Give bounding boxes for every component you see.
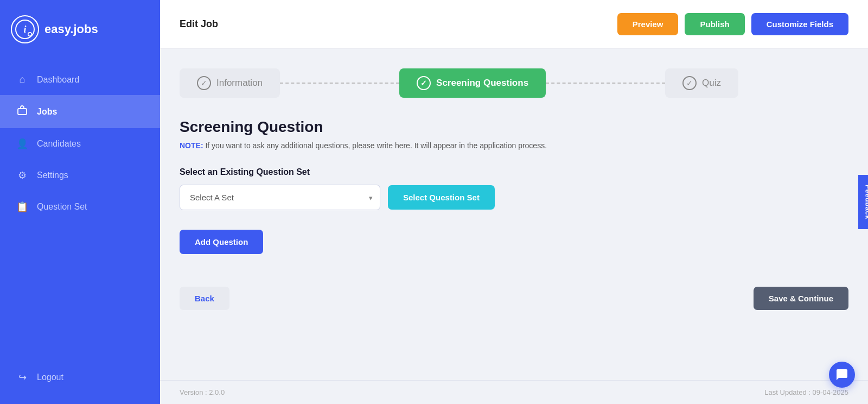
page-title: Edit Job	[180, 18, 218, 30]
step-connector-1	[280, 83, 399, 84]
candidates-icon: 👤	[16, 138, 28, 150]
note-text: If you want to ask any additional questi…	[205, 141, 547, 150]
sidebar-item-logout[interactable]: ↪ Logout	[0, 362, 160, 393]
chat-button[interactable]	[829, 362, 855, 388]
feedback-tab[interactable]: Feedback	[859, 175, 869, 229]
footer: Version : 2.0.0 Last Updated : 09-04-202…	[160, 380, 868, 404]
sidebar-logout: ↪ Logout	[0, 362, 160, 404]
sidebar-item-settings[interactable]: ⚙ Settings	[0, 160, 160, 191]
sidebar-item-label: Candidates	[37, 139, 81, 149]
back-button[interactable]: Back	[180, 287, 229, 310]
bottom-bar: Back Save & Continue	[180, 281, 848, 310]
sidebar-nav: ⌂ Dashboard Jobs 👤 Candidates ⚙ Settings…	[0, 64, 160, 223]
svg-rect-4	[18, 109, 27, 115]
step-information[interactable]: ✓ Information	[180, 68, 280, 98]
svg-text:i: i	[23, 24, 26, 35]
version-text: Version : 2.0.0	[180, 388, 225, 396]
main-area: Edit Job Preview Publish Customize Field…	[160, 0, 868, 404]
customize-fields-button[interactable]: Customize Fields	[751, 13, 848, 35]
add-question-button[interactable]: Add Question	[180, 230, 263, 254]
sidebar-item-candidates[interactable]: 👤 Candidates	[0, 128, 160, 160]
content-area: ✓ Information ✓ Screening Questions ✓ Qu…	[160, 49, 868, 380]
logout-icon: ↪	[16, 371, 28, 383]
home-icon: ⌂	[16, 74, 28, 85]
save-continue-button[interactable]: Save & Continue	[754, 287, 848, 310]
sidebar-item-jobs[interactable]: Jobs	[0, 95, 160, 128]
note-label: NOTE:	[180, 141, 203, 150]
publish-button[interactable]: Publish	[685, 13, 744, 35]
select-row: Select A Set ▾ Select Question Set	[180, 185, 848, 210]
logo-icon: i	[11, 15, 39, 43]
step-connector-2	[546, 83, 665, 84]
logout-label: Logout	[37, 373, 63, 382]
step-check-information: ✓	[197, 76, 211, 90]
step-indicator: ✓ Information ✓ Screening Questions ✓ Qu…	[180, 68, 848, 98]
step-quiz[interactable]: ✓ Quiz	[665, 68, 738, 98]
sidebar-item-label: Settings	[37, 171, 68, 180]
sidebar-item-question-set[interactable]: 📋 Question Set	[0, 191, 160, 223]
step-label-information: Information	[216, 78, 263, 89]
last-updated-text: Last Updated : 09-04-2025	[764, 388, 848, 396]
step-check-quiz: ✓	[682, 76, 697, 90]
preview-button[interactable]: Preview	[617, 13, 679, 35]
topbar: Edit Job Preview Publish Customize Field…	[160, 0, 868, 49]
sidebar-item-dashboard[interactable]: ⌂ Dashboard	[0, 64, 160, 95]
topbar-actions: Preview Publish Customize Fields	[617, 13, 848, 35]
select-question-set-button[interactable]: Select Question Set	[388, 185, 495, 210]
step-screening-questions[interactable]: ✓ Screening Questions	[399, 68, 546, 98]
sidebar-item-label: Dashboard	[37, 75, 79, 85]
logo-text: easy.jobs	[44, 22, 98, 36]
select-wrapper: Select A Set ▾	[180, 185, 380, 210]
sidebar-item-label: Jobs	[37, 107, 57, 117]
section-note: NOTE: If you want to ask any additional …	[180, 141, 848, 150]
sidebar: i easy.jobs ⌂ Dashboard Jobs 👤 Candidate…	[0, 0, 160, 404]
svg-point-3	[29, 33, 31, 36]
sidebar-item-label: Question Set	[37, 202, 87, 212]
question-set-icon: 📋	[16, 201, 28, 213]
step-label-screening: Screening Questions	[436, 78, 528, 89]
question-set-select[interactable]: Select A Set	[180, 185, 380, 210]
select-existing-label: Select an Existing Question Set	[180, 167, 848, 177]
step-label-quiz: Quiz	[702, 78, 721, 89]
step-check-screening: ✓	[417, 76, 431, 90]
jobs-icon	[16, 105, 28, 118]
settings-icon: ⚙	[16, 169, 28, 181]
section-title: Screening Question	[180, 118, 848, 136]
sidebar-logo: i easy.jobs	[0, 0, 160, 59]
